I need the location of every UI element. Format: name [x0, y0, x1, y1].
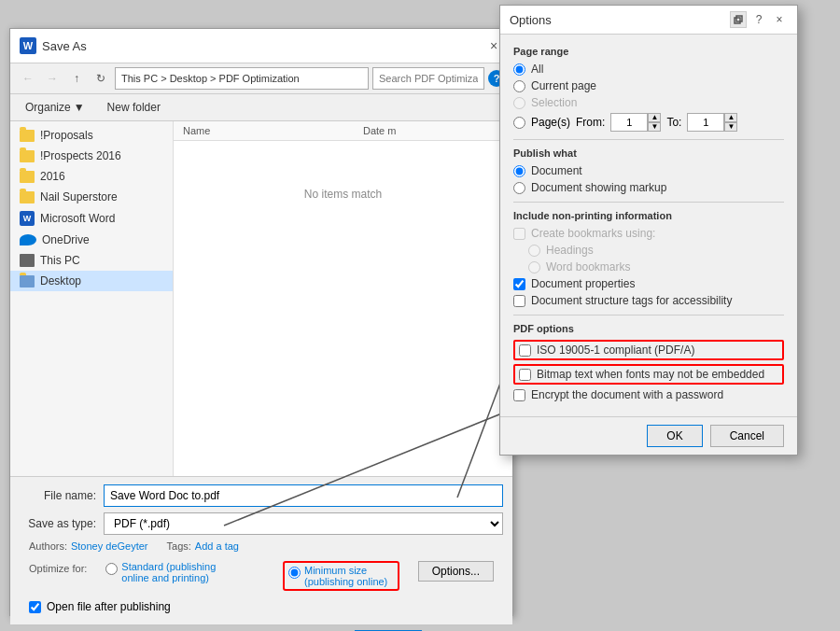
options-help-button[interactable]: ? — [750, 11, 767, 28]
tags-item: Tags: Add a tag — [167, 540, 239, 552]
tags-label: Tags: — [167, 540, 191, 552]
optimize-label: Optimize for: — [29, 561, 87, 574]
save-as-title: Save As — [42, 39, 87, 53]
filename-input[interactable] — [104, 484, 503, 507]
svg-rect-0 — [735, 18, 740, 23]
sidebar-item-microsoft-word[interactable]: W Microsoft Word — [10, 207, 173, 230]
pdf-options-section: PDF options — [513, 323, 784, 334]
search-input[interactable] — [372, 67, 484, 90]
to-spin-down[interactable]: ▼ — [724, 122, 737, 132]
document-properties-option: Document properties — [513, 277, 784, 290]
breadcrumb: This PC > Desktop > PDF Optimization — [115, 67, 369, 90]
open-after-checkbox[interactable] — [29, 601, 41, 613]
up-button[interactable]: ↑ — [66, 68, 87, 89]
options-body: Page range All Current page Selection Pa… — [500, 35, 797, 416]
bottom-area: File name: Save as type: PDF (*.pdf) Aut… — [10, 476, 512, 624]
no-items-message: No items match — [174, 169, 512, 219]
meta-row: Authors: Stoney deGeyter Tags: Add a tag — [20, 540, 503, 552]
iso19005-option: ISO 19005-1 compliant (PDF/A) — [513, 340, 784, 360]
ok-button[interactable]: OK — [647, 425, 702, 447]
from-input[interactable] — [610, 113, 648, 132]
selection-label: Selection — [531, 96, 577, 109]
all-option: All — [513, 63, 784, 76]
from-label: From: — [576, 116, 605, 129]
standard-radio[interactable] — [105, 563, 118, 575]
options-close-button[interactable]: × — [771, 11, 788, 28]
optimize-row: Optimize for: Standard (publishing onlin… — [20, 555, 503, 596]
encrypt-checkbox[interactable] — [513, 389, 525, 401]
sidebar-item-label: OneDrive — [42, 233, 90, 246]
create-bookmarks-checkbox — [513, 228, 525, 240]
forward-button[interactable]: → — [42, 68, 63, 89]
all-radio[interactable] — [513, 63, 525, 76]
authors-item: Authors: Stoney deGeyter — [29, 540, 148, 552]
current-page-option: Current page — [513, 79, 784, 92]
headings-radio — [528, 245, 540, 257]
iso19005-checkbox[interactable] — [519, 344, 531, 357]
document-markup-radio[interactable] — [513, 182, 525, 194]
create-bookmarks-option: Create bookmarks using: — [513, 227, 784, 240]
sidebar-item-label: !Proposals — [40, 129, 93, 142]
minimum-label: Minimum size (publishing online) — [304, 565, 394, 587]
options-title: Options — [510, 13, 552, 27]
bitmap-text-checkbox[interactable] — [519, 369, 531, 381]
options-button[interactable]: Options... — [418, 561, 494, 582]
svg-rect-1 — [736, 16, 742, 21]
pages-radio[interactable] — [513, 117, 525, 129]
folder-icon — [20, 171, 35, 183]
publish-what-section: Publish what — [513, 147, 784, 159]
sidebar-item-desktop[interactable]: Desktop — [10, 271, 173, 291]
new-folder-button[interactable]: New folder — [100, 98, 168, 117]
selection-radio — [513, 97, 525, 109]
organize-button[interactable]: Organize ▼ — [18, 98, 92, 117]
sidebar-item-2016[interactable]: 2016 — [10, 166, 173, 187]
authors-value[interactable]: Stoney deGeyter — [71, 540, 148, 552]
document-structure-checkbox[interactable] — [513, 295, 525, 307]
current-page-radio[interactable] — [513, 80, 525, 92]
encrypt-label: Encrypt the document with a password — [531, 388, 723, 401]
options-titlebar-btns: ? × — [730, 11, 788, 28]
file-list: Name Date m No items match — [174, 121, 512, 476]
from-spin-up[interactable]: ▲ — [648, 113, 661, 122]
folder-icon — [20, 275, 35, 287]
to-spinner: ▲ ▼ — [724, 113, 737, 132]
file-list-header: Name Date m — [174, 121, 512, 141]
document-properties-checkbox[interactable] — [513, 278, 525, 290]
main-content: !Proposals !Prospects 2016 2016 Nail Sup… — [10, 121, 512, 476]
sidebar-item-proposals[interactable]: !Proposals — [10, 125, 173, 146]
sidebar-item-nail-superstore[interactable]: Nail Superstore — [10, 187, 173, 207]
refresh-button[interactable]: ↻ — [91, 68, 111, 89]
sidebar-item-this-pc[interactable]: This PC — [10, 250, 173, 271]
organize-dropdown-icon: ▼ — [74, 101, 85, 114]
column-date-header: Date m — [363, 125, 503, 136]
sidebar-item-onedrive[interactable]: OneDrive — [10, 230, 173, 250]
sidebar-item-label: Nail Superstore — [40, 190, 118, 203]
breadcrumb-path: This PC > Desktop > PDF Optimization — [121, 73, 300, 84]
selection-option: Selection — [513, 96, 784, 109]
document-markup-option: Document showing markup — [513, 181, 784, 194]
sidebar-item-prospects[interactable]: !Prospects 2016 — [10, 146, 173, 166]
tags-value[interactable]: Add a tag — [195, 540, 239, 552]
options-dialog: Options ? × Page range All Current page … — [499, 5, 798, 456]
to-input[interactable] — [687, 113, 724, 132]
from-spin-down[interactable]: ▼ — [648, 122, 661, 132]
separator3 — [513, 315, 784, 316]
saveastype-select[interactable]: PDF (*.pdf) — [104, 512, 503, 535]
cancel-button[interactable]: Cancel — [710, 425, 784, 447]
back-button[interactable]: ← — [18, 68, 38, 89]
document-radio[interactable] — [513, 165, 525, 177]
sidebar-item-label: !Prospects 2016 — [40, 149, 121, 162]
to-spin-up[interactable]: ▲ — [724, 113, 737, 122]
saveastype-row: Save as type: PDF (*.pdf) — [20, 512, 503, 535]
word-icon: W — [20, 37, 36, 54]
document-structure-option: Document structure tags for accessibilit… — [513, 294, 784, 307]
minimum-radio[interactable] — [288, 567, 301, 579]
restore-icon[interactable] — [730, 11, 747, 28]
organize-label: Organize — [25, 101, 71, 114]
pages-range-option: Page(s) From: ▲ ▼ To: ▲ ▼ — [513, 113, 784, 132]
titlebar-left: W Save As — [20, 37, 87, 54]
authors-label: Authors: — [29, 540, 67, 552]
onedrive-icon — [20, 234, 36, 245]
filename-row: File name: — [20, 484, 503, 507]
pages-label: Page(s) — [531, 116, 570, 129]
